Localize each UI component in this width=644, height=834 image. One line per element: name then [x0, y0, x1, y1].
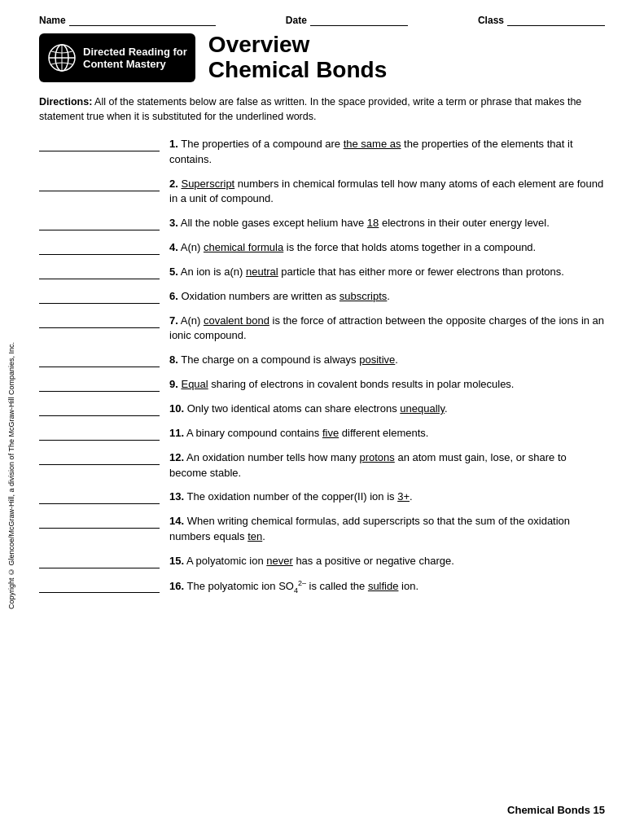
question-row: 7. A(n) covalent bond is the force of at…: [39, 314, 605, 345]
question-row: 2. Superscript numbers in chemical formu…: [39, 177, 605, 208]
question-content: 15. A polyatomic ion never has a positiv…: [169, 554, 605, 569]
logo-line1: Directed Reading for: [83, 46, 187, 58]
logo-globe-icon: [47, 43, 77, 72]
question-content: 8. The charge on a compound is always po…: [169, 353, 605, 368]
question-number: 10.: [169, 402, 184, 415]
name-field: Name: [39, 15, 216, 26]
question-row: 15. A polyatomic ion never has a positiv…: [39, 554, 605, 569]
question-row: 9. Equal sharing of electrons in covalen…: [39, 377, 605, 393]
answer-line[interactable]: [39, 217, 160, 230]
directions-text: All of the statements below are false as…: [39, 96, 581, 122]
page: Name Date Class: [0, 0, 644, 834]
answer-line[interactable]: [39, 580, 160, 593]
question-row: 6. Oxidation numbers are written as subs…: [39, 289, 605, 305]
answer-line[interactable]: [39, 138, 160, 151]
question-row: 11. A binary compound contains five diff…: [39, 426, 605, 441]
name-line[interactable]: [69, 15, 216, 26]
question-content: 10. Only two identical atoms can share e…: [169, 402, 605, 417]
question-content: 14. When writing chemical formulas, add …: [169, 514, 605, 545]
question-content: 2. Superscript numbers in chemical formu…: [169, 177, 605, 208]
question-number: 9.: [169, 378, 178, 390]
logo-box: Directed Reading for Content Mastery: [39, 33, 195, 82]
question-number: 14.: [169, 515, 184, 527]
question-content: 7. A(n) covalent bond is the force of at…: [169, 314, 605, 345]
title-row: Directed Reading for Content Mastery Ove…: [39, 33, 605, 83]
title-line2: Chemical Bonds: [208, 58, 387, 83]
question-number: 5.: [169, 266, 178, 278]
question-row: 8. The charge on a compound is always po…: [39, 353, 605, 368]
question-content: 9. Equal sharing of electrons in covalen…: [169, 377, 605, 393]
answer-line[interactable]: [39, 178, 160, 191]
question-content: 6. Oxidation numbers are written as subs…: [169, 289, 605, 305]
class-field: Class: [478, 15, 605, 26]
questions-list: 1. The properties of a compound are the …: [39, 137, 605, 605]
answer-line[interactable]: [39, 315, 160, 328]
question-content: 16. The polyatomic ion SO42– is called t…: [169, 578, 605, 596]
answer-line[interactable]: [39, 491, 160, 504]
logo-inner: Directed Reading for Content Mastery: [47, 43, 187, 72]
answer-line[interactable]: [39, 428, 160, 441]
question-number: 13.: [169, 490, 184, 503]
question-number: 11.: [169, 427, 184, 439]
question-number: 15.: [169, 555, 184, 567]
directions: Directions: All of the statements below …: [39, 94, 605, 124]
date-field: Date: [286, 15, 408, 26]
question-number: 8.: [169, 353, 178, 366]
answer-line[interactable]: [39, 266, 160, 279]
answer-line[interactable]: [39, 555, 160, 568]
logo-line2: Content Mastery: [83, 58, 187, 70]
question-number: 12.: [169, 451, 184, 463]
copyright-text: Copyright © Glencoe/McGraw-Hill, a divis…: [8, 342, 15, 609]
question-row: 1. The properties of a compound are the …: [39, 137, 605, 168]
date-line[interactable]: [310, 15, 408, 26]
header-fields: Name Date Class: [39, 15, 605, 26]
directions-bold: Directions:: [39, 96, 92, 108]
question-content: 13. The oxidation number of the copper(I…: [169, 489, 605, 505]
question-row: 4. A(n) chemical formula is the force th…: [39, 240, 605, 256]
page-footer: Chemical Bonds 15: [507, 804, 605, 816]
question-content: 3. All the noble gases except helium hav…: [169, 216, 605, 231]
question-content: 1. The properties of a compound are the …: [169, 137, 605, 168]
answer-line[interactable]: [39, 291, 160, 304]
question-content: 11. A binary compound contains five diff…: [169, 426, 605, 441]
question-row: 12. An oxidation number tells how many p…: [39, 450, 605, 481]
question-row: 10. Only two identical atoms can share e…: [39, 402, 605, 417]
name-label: Name: [39, 15, 66, 26]
class-label: Class: [478, 15, 504, 26]
answer-line[interactable]: [39, 403, 160, 416]
question-number: 3.: [169, 217, 178, 229]
answer-line[interactable]: [39, 379, 160, 392]
question-number: 4.: [169, 241, 178, 253]
question-content: 12. An oxidation number tells how many p…: [169, 450, 605, 481]
logo-text: Directed Reading for Content Mastery: [83, 46, 187, 70]
class-line[interactable]: [507, 15, 605, 26]
date-label: Date: [286, 15, 307, 26]
title-line1: Overview: [208, 33, 387, 58]
question-number: 6.: [169, 290, 178, 302]
answer-line[interactable]: [39, 242, 160, 255]
main-title: Overview Chemical Bonds: [208, 33, 387, 83]
question-row: 16. The polyatomic ion SO42– is called t…: [39, 578, 605, 596]
question-row: 3. All the noble gases except helium hav…: [39, 216, 605, 231]
question-row: 5. An ion is a(n) neutral particle that …: [39, 265, 605, 280]
question-content: 5. An ion is a(n) neutral particle that …: [169, 265, 605, 280]
question-number: 16.: [169, 580, 184, 592]
answer-line[interactable]: [39, 452, 160, 465]
question-number: 1.: [169, 138, 178, 150]
question-row: 14. When writing chemical formulas, add …: [39, 514, 605, 545]
question-number: 7.: [169, 314, 178, 327]
answer-line[interactable]: [39, 516, 160, 529]
question-row: 13. The oxidation number of the copper(I…: [39, 489, 605, 505]
question-number: 2.: [169, 178, 178, 190]
answer-line[interactable]: [39, 354, 160, 367]
question-content: 4. A(n) chemical formula is the force th…: [169, 240, 605, 256]
